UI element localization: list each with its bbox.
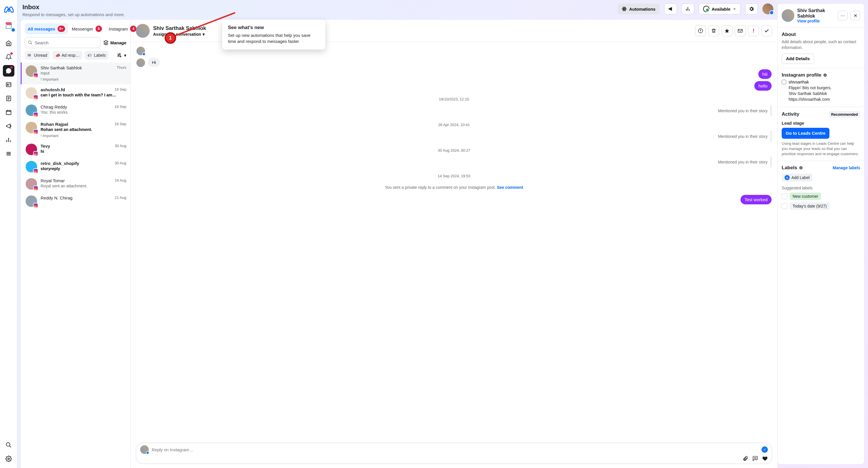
contact-name: Shiv Sarthak Sabhlok bbox=[797, 8, 835, 19]
conversation-item[interactable]: Chirag Reddy 18 Sep You: this works bbox=[21, 102, 130, 119]
like-button[interactable] bbox=[762, 456, 768, 461]
manage-labels-link[interactable]: Manage labels bbox=[833, 165, 860, 170]
view-profile-link[interactable]: View profile bbox=[797, 19, 835, 23]
nav-home[interactable] bbox=[3, 37, 14, 49]
leads-desc: Using lead stages in Leads Centre can he… bbox=[782, 141, 860, 157]
contact-avatar[interactable] bbox=[782, 9, 794, 22]
delete-button[interactable] bbox=[708, 25, 719, 36]
conversation-name: retro_disk_shopify bbox=[40, 161, 79, 166]
message-incoming: Hi bbox=[148, 58, 160, 67]
star-button[interactable] bbox=[721, 25, 733, 36]
add-label-button[interactable]: +Add Label bbox=[782, 174, 812, 182]
conversation-item[interactable]: Reddy N. Chirag 21 Aug bbox=[21, 192, 130, 210]
checkbox[interactable] bbox=[782, 203, 787, 209]
mail-button[interactable] bbox=[735, 25, 746, 36]
tab-label: Instagram bbox=[109, 27, 128, 31]
nav-ads[interactable] bbox=[3, 120, 14, 132]
filter-unread[interactable]: ✉Unread bbox=[25, 51, 50, 60]
ig-website[interactable]: https://shivsarthak.com bbox=[782, 97, 860, 102]
conversation-avatar bbox=[26, 87, 37, 99]
ig-handle[interactable]: shivsarthak bbox=[782, 80, 860, 84]
conversation-item[interactable]: Royal Tomar 24 Aug Royal sent an attachm… bbox=[21, 175, 130, 192]
megaphone-button[interactable] bbox=[664, 3, 677, 14]
tab-badge: 8 bbox=[96, 26, 102, 32]
conversation-pane: All messages 9+ Messenger 8 Instagram 4 … bbox=[21, 20, 131, 468]
conversation-item[interactable]: retro_disk_shopify 30 Aug storyreply bbox=[21, 158, 130, 175]
instagram-badge-icon bbox=[33, 151, 38, 156]
nav-menu[interactable] bbox=[3, 148, 14, 159]
manage-label: Manage bbox=[110, 40, 126, 45]
story-mention-notice[interactable]: Mentioned you in their story bbox=[136, 131, 772, 142]
meta-logo-icon[interactable] bbox=[3, 3, 14, 15]
label-chip: New customer bbox=[790, 192, 821, 200]
about-desc: Add details about people, such as contac… bbox=[782, 39, 860, 50]
leads-centre-button[interactable]: Go to Leads Centre bbox=[782, 128, 830, 139]
svg-point-16 bbox=[754, 458, 755, 459]
filter-options[interactable]: ▾ bbox=[117, 53, 126, 58]
nav-rail bbox=[0, 0, 17, 468]
instagram-badge-icon bbox=[33, 95, 38, 100]
tab-messenger[interactable]: Messenger 8 bbox=[69, 23, 105, 34]
conversation-time: 30 Aug bbox=[115, 161, 127, 166]
nav-settings[interactable] bbox=[3, 453, 14, 465]
chat-contact-avatar[interactable] bbox=[136, 24, 150, 38]
checkbox[interactable] bbox=[782, 193, 787, 199]
conversation-preview: hi bbox=[40, 149, 126, 154]
page-title: Inbox bbox=[23, 3, 125, 11]
svg-point-5 bbox=[8, 458, 9, 460]
nav-contacts[interactable] bbox=[3, 79, 14, 90]
message-sender-avatar bbox=[136, 46, 145, 55]
conversation-preview: can I get in touch with the team? I am… bbox=[40, 93, 126, 97]
tab-all-messages[interactable]: All messages 9+ bbox=[25, 23, 68, 34]
chat-timestamp: 19/10/2023, 12:10 bbox=[136, 97, 772, 101]
story-mention-notice[interactable]: Mentioned you in their story bbox=[136, 157, 772, 167]
availability-dropdown[interactable]: Available bbox=[699, 3, 741, 14]
conversation-item[interactable]: Tevy 30 Aug hi bbox=[21, 141, 130, 158]
filter-ad-responses[interactable]: 📣Ad resp… bbox=[52, 51, 82, 60]
spam-button[interactable] bbox=[695, 25, 706, 36]
conversation-tag: ! Important bbox=[40, 77, 126, 82]
close-panel-button[interactable]: ✕ bbox=[850, 11, 860, 21]
automations-button[interactable]: Automations bbox=[618, 3, 660, 14]
composer-input[interactable] bbox=[152, 447, 758, 452]
send-check-icon[interactable]: ✓ bbox=[762, 446, 768, 453]
popover-title: See what's new bbox=[228, 25, 319, 31]
nav-notifications[interactable] bbox=[3, 51, 14, 63]
more-options-button[interactable]: ⋯ bbox=[838, 11, 847, 21]
search-icon bbox=[28, 40, 33, 45]
search-input[interactable]: Search bbox=[25, 37, 100, 48]
nav-planner[interactable] bbox=[3, 106, 14, 118]
suggested-label-row[interactable]: Today's date (9/27) bbox=[782, 202, 860, 210]
important-button[interactable]: ! bbox=[748, 25, 759, 36]
instagram-icon bbox=[782, 80, 786, 84]
filter-labels[interactable]: 🏷Labels bbox=[85, 51, 108, 60]
tag-icon: 🏷 bbox=[88, 53, 92, 58]
account-avatar[interactable] bbox=[763, 3, 773, 14]
conversation-item[interactable]: Rohan Rajpal 18 Sep Rohan sent an attach… bbox=[21, 119, 130, 141]
conversation-avatar bbox=[26, 161, 37, 173]
done-button[interactable] bbox=[761, 25, 772, 36]
chat-timestamp: 26 Apr 2024, 10:41 bbox=[136, 123, 772, 127]
nav-content[interactable] bbox=[3, 93, 14, 104]
conversation-avatar bbox=[26, 65, 37, 77]
insights-button[interactable] bbox=[682, 3, 694, 14]
add-details-button[interactable]: Add Details bbox=[782, 54, 814, 64]
conversation-item[interactable]: Shiv Sarthak Sabhlok Thurs Input ! Impor… bbox=[21, 62, 130, 84]
business-switcher-icon[interactable] bbox=[3, 20, 14, 31]
settings-button[interactable] bbox=[745, 3, 758, 14]
saved-replies-button[interactable] bbox=[752, 456, 758, 461]
recommended-badge: Recommended bbox=[829, 111, 860, 118]
attachment-button[interactable] bbox=[743, 456, 748, 461]
instagram-badge-icon bbox=[33, 112, 38, 117]
conversation-item[interactable]: ashutosh.fd 19 Sep can I get in touch wi… bbox=[21, 84, 130, 102]
about-title: About bbox=[782, 32, 860, 37]
suggested-label-row[interactable]: New customer bbox=[782, 192, 860, 200]
story-mention-notice[interactable]: Mentioned you in their story bbox=[136, 105, 772, 116]
manage-button[interactable]: Manage bbox=[103, 40, 126, 45]
nav-search[interactable] bbox=[3, 439, 14, 451]
nav-insights[interactable] bbox=[3, 134, 14, 146]
conversation-name: ashutosh.fd bbox=[40, 87, 65, 92]
nav-inbox[interactable] bbox=[3, 65, 14, 76]
conversation-avatar bbox=[26, 122, 37, 133]
see-comment-link[interactable]: See comment bbox=[497, 185, 523, 190]
